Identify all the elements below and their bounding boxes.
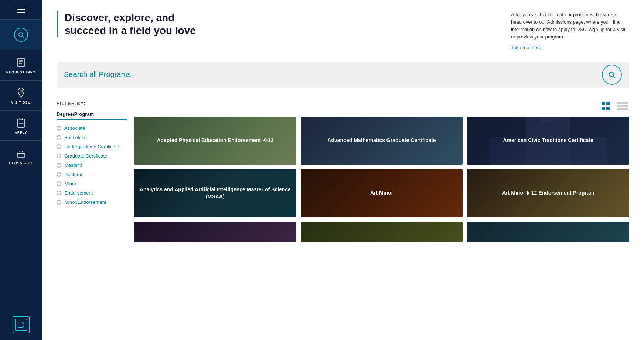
- svg-point-7: [20, 90, 22, 92]
- program-card-bg-bottom3: [467, 222, 629, 242]
- svg-line-18: [613, 76, 615, 78]
- notebook-icon: [16, 57, 27, 68]
- filter-label-minor: Minor: [64, 181, 76, 186]
- sidebar-search-btn[interactable]: [0, 20, 42, 50]
- filter-by-label: FILTER BY:: [57, 101, 127, 106]
- filter-option-minor-endorsement[interactable]: Minor/Endorsement: [57, 199, 127, 205]
- filter-label-undergrad-cert: Undergraduate Certificate: [64, 144, 119, 149]
- filter-radio-minor: [57, 181, 61, 186]
- filter-grid-row: FILTER BY: Degree/Program Associate Bach…: [57, 101, 629, 242]
- program-card-analytics-ai[interactable]: Analytics and Applied Artificial Intelli…: [134, 169, 296, 217]
- svg-point-0: [19, 33, 23, 37]
- program-card-advanced-math[interactable]: Advanced Mathematics Graduate Certificat…: [301, 117, 463, 165]
- program-card-title-physical-ed: Adapted Physical Education Endorsement K…: [134, 117, 296, 165]
- program-card-title-civic: American Civic Traditions Certificate: [467, 117, 629, 165]
- sidebar-item-apply[interactable]: APPLY: [0, 111, 42, 141]
- programs-grid-area: Adapted Physical Education Endorsement K…: [134, 101, 629, 242]
- admissions-info: After you've checked out our programs, b…: [511, 11, 629, 51]
- filter-label-doctoral: Doctoral: [64, 172, 82, 177]
- filter-option-endorsement[interactable]: Endorsement: [57, 190, 127, 196]
- filter-radio-doctoral: [57, 172, 61, 177]
- sidebar-item-give-gift-label: GIVE A GIFT: [9, 161, 33, 165]
- dsu-logo-container[interactable]: [13, 316, 30, 333]
- clipboard-icon: [16, 117, 27, 128]
- hamburger-icon: [17, 7, 25, 13]
- programs-grid: Adapted Physical Education Endorsement K…: [134, 117, 629, 242]
- filter-label-associate: Associate: [64, 125, 85, 131]
- top-section: Discover, explore, and succeed in a fiel…: [57, 11, 629, 51]
- filter-label-bachelors: Bachelor's: [64, 135, 86, 140]
- sidebar: REQUEST INFO VISIT DSU APPLY: [0, 0, 42, 340]
- filter-radio-minor-endorsement: [57, 200, 61, 205]
- filter-option-doctoral[interactable]: Doctoral: [57, 172, 127, 177]
- svg-line-1: [22, 36, 24, 37]
- filter-label-masters: Master's: [64, 162, 82, 168]
- filter-radio-bachelors: [57, 135, 61, 140]
- location-icon: [16, 87, 27, 98]
- program-card-bottom-1[interactable]: [134, 222, 296, 242]
- filter-radio-grad-cert: [57, 154, 61, 158]
- program-card-title-art-minor: Art Minor: [301, 169, 463, 217]
- sidebar-item-request-info[interactable]: REQUEST INFO: [0, 50, 42, 80]
- grid-view-button[interactable]: [599, 101, 612, 111]
- list-view-button[interactable]: [616, 101, 629, 111]
- program-card-art-endorsement[interactable]: Art Minor k-12 Endorsement Program: [467, 169, 629, 217]
- program-card-american-civic[interactable]: American Civic Traditions Certificate: [467, 117, 629, 165]
- sidebar-item-visit-dsu[interactable]: VISIT DSU: [0, 81, 42, 111]
- search-circle-icon: [14, 28, 28, 42]
- program-card-adapted-physical-ed[interactable]: Adapted Physical Education Endorsement K…: [134, 117, 296, 165]
- program-card-bg-bottom1: [134, 222, 296, 242]
- svg-rect-2: [18, 58, 24, 67]
- filter-radio-endorsement: [57, 191, 61, 195]
- filter-radio-masters: [57, 163, 61, 168]
- program-card-bottom-2[interactable]: [301, 222, 463, 242]
- list-view-icon: [617, 102, 628, 110]
- grid-view-icon: [602, 102, 610, 110]
- filter-option-bachelors[interactable]: Bachelor's: [57, 135, 127, 140]
- main-content: Discover, explore, and succeed in a fiel…: [42, 0, 644, 340]
- admissions-description: After you've checked out our programs, b…: [511, 11, 629, 41]
- search-bar-label: Search all Programs: [64, 70, 131, 79]
- filter-label-minor-endorsement: Minor/Endorsement: [64, 199, 106, 205]
- grid-controls: [134, 101, 629, 111]
- filter-panel: FILTER BY: Degree/Program Associate Bach…: [57, 101, 127, 242]
- program-card-bottom-3[interactable]: [467, 222, 629, 242]
- sidebar-item-request-info-label: REQUEST INFO: [6, 70, 36, 75]
- filter-radio-associate: [57, 126, 61, 131]
- filter-tabs: Degree/Program: [57, 111, 127, 120]
- svg-point-17: [609, 72, 614, 77]
- search-bar[interactable]: Search all Programs: [57, 62, 629, 88]
- svg-rect-8: [18, 119, 24, 127]
- filter-tab-degree-program[interactable]: Degree/Program: [57, 111, 94, 119]
- search-btn-icon: [608, 71, 616, 79]
- dsu-logo-icon: [13, 316, 30, 333]
- search-submit-button[interactable]: [602, 65, 622, 85]
- hamburger-menu[interactable]: [0, 0, 42, 20]
- filter-label-endorsement: Endorsement: [64, 190, 93, 196]
- filter-radio-undergrad-cert: [57, 144, 61, 149]
- filter-option-masters[interactable]: Master's: [57, 162, 127, 168]
- page-headline: Discover, explore, and succeed in a fiel…: [65, 11, 212, 37]
- filter-option-grad-cert[interactable]: Graduate Certificate: [57, 153, 127, 159]
- gift-icon: [16, 148, 27, 159]
- blue-accent-bar: [57, 11, 58, 37]
- filter-option-associate[interactable]: Associate: [57, 125, 127, 131]
- program-card-title-analytics: Analytics and Applied Artificial Intelli…: [134, 169, 296, 217]
- filter-label-grad-cert: Graduate Certificate: [64, 153, 107, 159]
- program-card-title-art-endorsement: Art Minor k-12 Endorsement Program: [467, 169, 629, 217]
- program-card-bg-bottom2: [301, 222, 463, 242]
- sidebar-item-give-gift[interactable]: GIVE A GIFT: [0, 141, 42, 171]
- sidebar-item-visit-dsu-label: VISIT DSU: [11, 101, 31, 105]
- svg-rect-16: [15, 319, 27, 331]
- sidebar-item-apply-label: APPLY: [14, 131, 27, 135]
- headline-section: Discover, explore, and succeed in a fiel…: [57, 11, 496, 37]
- filter-option-undergrad-cert[interactable]: Undergraduate Certificate: [57, 144, 127, 149]
- take-me-there-link[interactable]: Take me there: [511, 45, 541, 50]
- program-card-title-math: Advanced Mathematics Graduate Certificat…: [301, 117, 463, 165]
- program-card-art-minor[interactable]: Art Minor: [301, 169, 463, 217]
- filter-option-minor[interactable]: Minor: [57, 181, 127, 186]
